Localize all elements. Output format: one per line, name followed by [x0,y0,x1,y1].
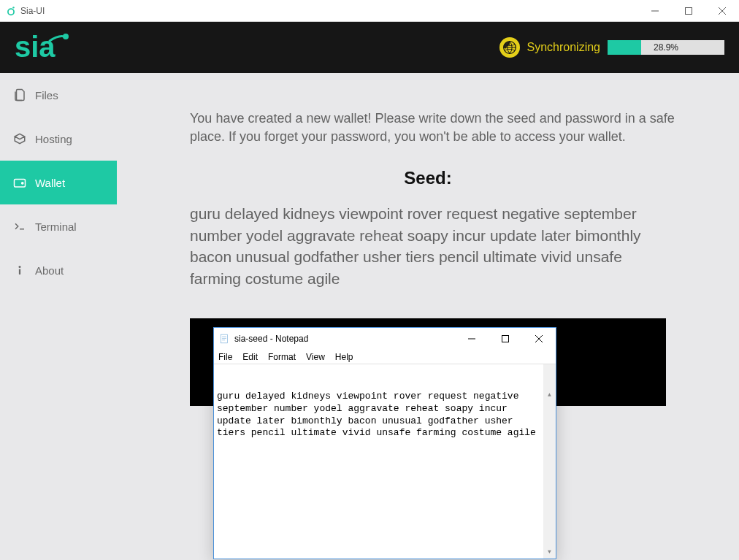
sidebar-item-files[interactable]: Files [0,73,117,117]
svg-text:sia: sia [15,31,55,63]
notepad-menu-file[interactable]: File [218,352,232,362]
window-title: Sia-UI [20,6,638,16]
notepad-menu-edit[interactable]: Edit [242,352,258,362]
notepad-titlebar[interactable]: sia-seed - Notepad [214,328,556,350]
globe-icon [499,37,520,58]
seed-heading: Seed: [146,168,710,188]
sidebar-item-label: Hosting [35,133,72,145]
notepad-menu-format[interactable]: Format [268,352,296,362]
sia-logo: sia [15,31,499,64]
svg-point-11 [19,266,21,268]
sync-progress-text: 28.9% [654,42,678,53]
terminal-icon [13,220,26,233]
notepad-minimize-button[interactable] [455,328,489,350]
sidebar-item-wallet[interactable]: Wallet [0,161,117,204]
svg-point-0 [8,9,14,15]
notepad-menu-help[interactable]: Help [335,352,353,362]
sidebar-item-terminal[interactable]: Terminal [0,204,117,248]
notepad-textarea[interactable]: guru delayed kidneys viewpoint rover req… [214,364,556,559]
sidebar-item-label: Files [35,89,58,101]
notepad-menu: File Edit Format View Help [214,350,556,364]
sidebar: Files Hosting Wallet Terminal About [0,73,117,560]
scroll-up-icon[interactable]: ▲ [543,389,556,402]
sidebar-item-label: About [35,264,64,277]
close-button[interactable] [705,0,739,21]
sidebar-item-hosting[interactable]: Hosting [0,117,117,161]
maximize-button[interactable] [672,0,705,21]
sync-progress-fill [608,40,641,55]
notepad-text: guru delayed kidneys viewpoint rover req… [217,391,553,440]
sidebar-item-label: Terminal [35,220,77,233]
svg-point-10 [22,183,23,184]
svg-point-1 [12,7,14,8]
sync-area: Synchronizing 28.9% [499,37,725,58]
wallet-icon [13,176,26,189]
sidebar-item-about[interactable]: About [0,248,117,292]
notepad-icon [218,333,230,345]
seed-text: guru delayed kidneys viewpoint rover req… [190,203,657,289]
titlebar: Sia-UI [0,0,739,22]
about-icon [13,264,26,277]
svg-rect-18 [502,336,509,342]
header: sia Synchronizing 28.9% [0,22,739,73]
sync-progress: 28.9% [608,40,724,55]
hosting-icon [13,132,26,145]
minimize-button[interactable] [638,0,672,21]
sync-label: Synchronizing [527,41,601,54]
window-controls [638,0,739,21]
svg-rect-3 [686,7,692,14]
svg-rect-12 [19,269,20,275]
notepad-close-button[interactable] [522,328,556,350]
files-icon [13,88,26,101]
app-logo-icon [6,5,18,17]
notepad-scrollbar[interactable]: ▲ ▼ [543,364,556,559]
svg-rect-13 [221,334,227,343]
notepad-maximize-button[interactable] [489,328,522,350]
sidebar-item-label: Wallet [35,177,65,189]
scroll-down-icon[interactable]: ▼ [543,546,556,559]
notepad-menu-view[interactable]: View [306,352,325,362]
notepad-window[interactable]: sia-seed - Notepad File Edit Format View… [213,327,556,559]
wallet-intro-text: You have created a new wallet! Please wr… [190,110,701,146]
notepad-title: sia-seed - Notepad [234,334,455,344]
